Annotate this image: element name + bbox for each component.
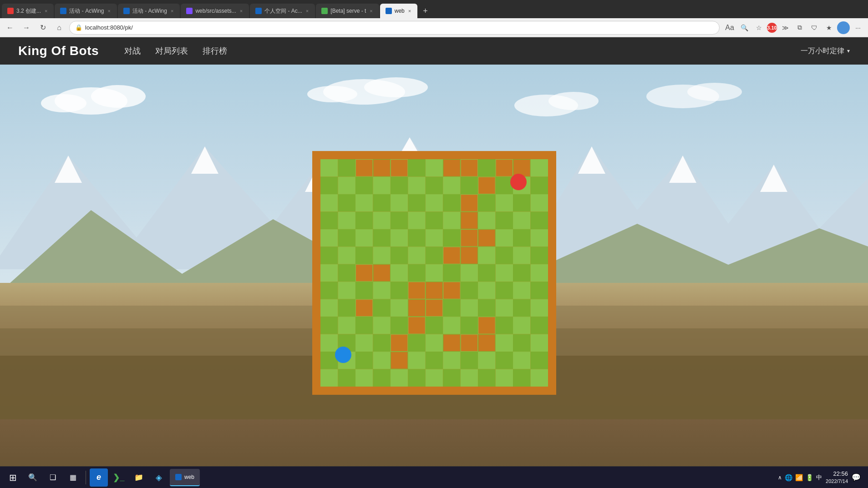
refresh-button[interactable]: ↻ xyxy=(36,21,49,34)
back-button[interactable]: ← xyxy=(4,21,16,34)
new-tab-button[interactable]: + xyxy=(418,4,432,18)
tray-ime-icon[interactable]: 中 xyxy=(816,473,822,482)
svg-point-2 xyxy=(91,85,146,108)
tab-close-7[interactable]: × xyxy=(407,7,412,15)
star-icon[interactable]: ★ xyxy=(822,21,835,34)
more-icon[interactable]: ··· xyxy=(852,21,864,34)
tab-close-1[interactable]: × xyxy=(44,7,48,15)
date-display: 2022/7/14 xyxy=(826,478,848,484)
tab-split-icon[interactable]: ⧉ xyxy=(793,21,806,34)
tab-1[interactable]: 3.2 创建... × xyxy=(2,4,54,18)
game-board-wrapper xyxy=(312,151,556,395)
search-taskbar-button[interactable]: 🔍 xyxy=(24,468,42,487)
tray-wifi-icon[interactable]: 📶 xyxy=(795,474,803,481)
forward-button[interactable]: → xyxy=(20,21,33,34)
tab-2[interactable]: 活动 - AcWing × xyxy=(55,4,117,18)
tab-label-4: web/src/assets... xyxy=(195,8,236,14)
tab-label-6: [Beta] serve - t xyxy=(330,8,366,14)
tab-close-3[interactable]: × xyxy=(170,7,174,15)
shield-icon[interactable]: 🛡 xyxy=(808,21,821,34)
collections-icon[interactable]: ≫ xyxy=(779,21,792,34)
svg-point-3 xyxy=(41,94,86,112)
tab-favicon-5 xyxy=(255,8,262,14)
vscode-taskbar-button[interactable]: ◈ xyxy=(150,468,168,487)
game-board-outer xyxy=(312,151,556,395)
tray-network-icon[interactable]: 🌐 xyxy=(785,474,792,481)
tab-label-1: 3.2 创建... xyxy=(16,7,41,15)
task-view-button[interactable]: ❑ xyxy=(44,468,62,487)
navbar: King Of Bots 对战 对局列表 排行榜 一万小时定律 ▾ xyxy=(0,37,868,65)
tab-label-3: 活动 - AcWing xyxy=(132,7,167,15)
system-tray: ∧ 🌐 📶 🔋 中 xyxy=(778,473,822,482)
nav-link-leaderboard[interactable]: 排行榜 xyxy=(195,37,234,65)
active-app-favicon xyxy=(175,474,182,480)
tab-favicon-4 xyxy=(186,8,193,14)
address-bar: ← → ↻ ⌂ 🔒 localhost:8080/pk/ Aa 🔍 ☆ 3.10… xyxy=(0,18,868,37)
address-input[interactable]: 🔒 localhost:8080/pk/ xyxy=(69,21,720,35)
svg-point-6 xyxy=(307,86,357,102)
game-canvas xyxy=(320,159,548,387)
tab-favicon-3 xyxy=(123,8,130,14)
nav-right: 一万小时定律 ▾ xyxy=(801,46,850,56)
home-button[interactable]: ⌂ xyxy=(53,21,66,34)
tab-4[interactable]: web/src/assets... × xyxy=(181,4,249,18)
browser-frame: 3.2 创建... × 活动 - AcWing × 活动 - AcWing × … xyxy=(0,0,868,488)
explorer-taskbar-button[interactable]: 📁 xyxy=(130,468,148,487)
edge-taskbar-button[interactable]: e xyxy=(90,468,108,487)
taskbar-right: ∧ 🌐 📶 🔋 中 22:56 2022/7/14 💬 xyxy=(778,470,864,484)
tab-6[interactable]: [Beta] serve - t × xyxy=(316,4,379,18)
tab-favicon-7 xyxy=(386,8,392,14)
svg-point-5 xyxy=(364,77,428,97)
tab-3[interactable]: 活动 - AcWing × xyxy=(118,4,180,18)
active-app-label: web xyxy=(184,474,194,480)
read-mode-icon[interactable]: Aa xyxy=(723,21,736,34)
favorites-icon[interactable]: ☆ xyxy=(752,21,765,34)
tray-battery-icon[interactable]: 🔋 xyxy=(806,474,813,481)
tab-close-4[interactable]: × xyxy=(239,7,244,15)
address-text: localhost:8080/pk/ xyxy=(85,24,133,31)
tab-favicon-6 xyxy=(321,8,328,14)
tab-7[interactable]: web × xyxy=(380,4,417,18)
tray-chevron-icon[interactable]: ∧ xyxy=(778,474,782,481)
notification-button[interactable]: 💬 xyxy=(852,473,861,482)
page-content: King Of Bots 对战 对局列表 排行榜 一万小时定律 ▾ xyxy=(0,37,868,466)
tab-bar: 3.2 创建... × 活动 - AcWing × 活动 - AcWing × … xyxy=(0,0,868,18)
tab-close-5[interactable]: × xyxy=(305,7,310,15)
clock[interactable]: 22:56 2022/7/14 xyxy=(826,470,848,484)
game-area xyxy=(0,65,868,466)
extension-badge[interactable]: 3.10 xyxy=(767,23,777,33)
address-bar-right: Aa 🔍 ☆ 3.10 ≫ ⧉ 🛡 ★ ··· xyxy=(723,21,864,34)
time-display: 22:56 xyxy=(826,470,848,478)
nav-dropdown-arrow[interactable]: ▾ xyxy=(847,48,850,54)
active-app-button[interactable]: web xyxy=(170,469,200,486)
nav-link-match-list[interactable]: 对局列表 xyxy=(148,37,195,65)
tab-5[interactable]: 个人空间 - Ac... × xyxy=(250,4,315,18)
widgets-button[interactable]: ▦ xyxy=(64,468,82,487)
tab-close-6[interactable]: × xyxy=(369,7,373,15)
tab-label-5: 个人空间 - Ac... xyxy=(264,7,302,15)
taskbar-divider xyxy=(86,471,86,484)
svg-point-10 xyxy=(687,83,742,101)
search-icon[interactable]: 🔍 xyxy=(738,21,751,34)
nav-user[interactable]: 一万小时定律 xyxy=(801,46,844,56)
tab-favicon-1 xyxy=(7,8,14,14)
tab-favicon-2 xyxy=(60,8,66,14)
start-button[interactable]: ⊞ xyxy=(4,468,22,487)
svg-point-8 xyxy=(548,92,599,110)
nav-brand: King Of Bots xyxy=(18,44,99,58)
terminal-taskbar-button[interactable]: ❯_ xyxy=(110,468,128,487)
profile-icon[interactable] xyxy=(837,21,850,34)
tab-label-7: web xyxy=(395,8,405,14)
nav-link-battle[interactable]: 对战 xyxy=(117,37,148,65)
taskbar: ⊞ 🔍 ❑ ▦ e ❯_ 📁 ◈ web ∧ 🌐 📶 🔋 中 22:56 202… xyxy=(0,466,868,488)
tab-label-2: 活动 - AcWing xyxy=(69,7,104,15)
tab-close-2[interactable]: × xyxy=(107,7,111,15)
